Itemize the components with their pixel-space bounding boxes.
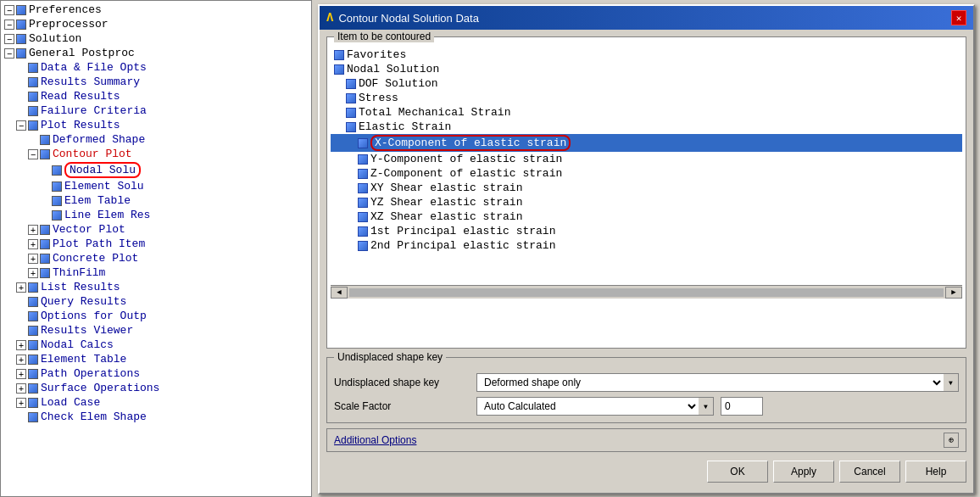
left-tree-item[interactable]: +Vector Plot [1,222,311,237]
dialog-tree-label: Favorites [347,48,406,61]
help-button[interactable]: Help [905,461,966,483]
dialog-tree-label: XY Shear elastic strain [370,181,522,194]
dialog-tree-label: XZ Shear elastic strain [370,210,522,223]
left-tree-item[interactable]: +Load Case [1,395,311,410]
dialog-tree-item[interactable]: DOF Solution [331,76,962,91]
item-to-contour-group: Item to be contoured FavoritesNodal Solu… [326,36,966,349]
left-tree-item[interactable]: Results Viewer [1,323,311,338]
scrollbar-track[interactable] [349,288,944,297]
dialog-tree-item[interactable]: Stress [331,91,962,105]
tree-item-label: General Postproc [29,47,135,59]
left-tree-item[interactable]: −Contour Plot [1,147,311,161]
dialog-tree-label: 2nd Principal elastic strain [370,239,555,252]
tree-item-label: Nodal Calcs [41,338,114,351]
apply-button[interactable]: Apply [773,461,834,483]
left-tree-item[interactable]: Elem Table [1,193,311,208]
left-tree-item[interactable]: −Preprocessor [1,17,311,31]
left-tree-item[interactable]: Deformed Shape [1,132,311,147]
left-tree-item[interactable]: +Plot Path Item [1,237,311,251]
dialog-tree-item[interactable]: YZ Shear elastic strain [331,195,962,209]
tree-item-label: Read Results [41,90,120,103]
left-tree-item[interactable]: +ThinFilm [1,265,311,280]
undisplaced-select-container: Deformed shape only ▼ [476,373,959,392]
dialog-tree-item[interactable]: Total Mechanical Strain [331,105,962,120]
scale-select-container: Auto Calculated ▼ [476,397,714,416]
left-tree-item[interactable]: Element Solu [1,179,311,193]
tree-item-label: Solution [29,32,81,45]
scale-factor-input[interactable] [721,397,763,416]
left-tree-item[interactable]: Options for Outp [1,309,311,323]
tree-item-label: Contour Plot [53,148,132,160]
dialog-tree-item[interactable]: Elastic Strain [331,120,962,134]
dialog-tree-item[interactable]: Nodal Solution [331,62,962,76]
scroll-right-btn[interactable]: ▶ [945,287,962,299]
left-tree-item[interactable]: Data & File Opts [1,60,311,75]
tree-item-label: Failure Criteria [41,104,147,117]
scroll-left-btn[interactable]: ◀ [331,287,348,299]
tree-container[interactable]: −Preferences−Preprocessor−Solution−Gener… [1,1,311,477]
left-tree-item[interactable]: Read Results [1,89,311,103]
left-tree-item[interactable]: Query Results [1,294,311,309]
left-tree-item[interactable]: +List Results [1,280,311,294]
tree-item-label: Vector Plot [53,223,125,236]
tree-item-label: Preferences [29,3,102,16]
undisplaced-shape-key-label: Undisplaced shape key [334,377,470,388]
left-tree-item[interactable]: +Nodal Calcs [1,338,311,352]
undisplaced-dropdown-btn[interactable]: ▼ [944,373,959,392]
dialog-tree-label: YZ Shear elastic strain [370,196,522,209]
tree-item-label: Query Results [41,295,126,308]
ok-button[interactable]: OK [707,461,768,483]
dialog-tree-item[interactable]: Z-Component of elastic strain [331,166,962,181]
tree-item-label: Surface Operations [41,382,159,394]
left-tree-item[interactable]: +Concrete Plot [1,251,311,265]
contour-tree-area: FavoritesNodal SolutionDOF SolutionStres… [331,47,962,285]
left-tree-item[interactable]: Check Elem Shape [1,410,311,424]
title-left: Λ Contour Nodal Solution Data [326,11,479,25]
additional-options-label[interactable]: Additional Options [334,434,416,446]
scale-dropdown-btn[interactable]: ▼ [699,397,714,416]
dialog-tree-label: Y-Component of elastic strain [370,153,562,165]
dialog-tree-item[interactable]: XY Shear elastic strain [331,181,962,195]
scale-factor-select[interactable]: Auto Calculated [476,397,699,416]
button-row: OK Apply Cancel Help [326,457,966,486]
undisplaced-shape-section: Undisplaced shape key Undisplaced shape … [326,357,966,423]
tree-item-label: Element Solu [64,180,144,193]
dialog-title: Contour Nodal Solution Data [338,12,479,25]
dialog-tree-item[interactable]: 1st Principal elastic strain [331,224,962,238]
dialog-tree-item[interactable]: Y-Component of elastic strain [331,152,962,166]
dialog-close-button[interactable]: ✕ [951,10,966,25]
left-tree-item[interactable]: +Surface Operations [1,381,311,395]
left-tree-panel: −Preferences−Preprocessor−Solution−Gener… [0,0,312,497]
tree-item-label: Data & File Opts [41,61,147,74]
contour-tree-scroll[interactable]: FavoritesNodal SolutionDOF SolutionStres… [331,47,962,285]
dialog-tree-label: Stress [359,92,398,104]
dialog-tree-item[interactable]: XZ Shear elastic strain [331,209,962,224]
tree-item-label: Plot Path Item [53,237,145,250]
left-tree-item[interactable]: Results Summary [1,75,311,89]
cancel-button[interactable]: Cancel [839,461,900,483]
additional-options-section: Additional Options ⊕ [326,428,966,452]
left-tree-item[interactable]: Nodal Solu [1,161,311,179]
undisplaced-shape-select[interactable]: Deformed shape only [476,373,944,392]
horizontal-scrollbar[interactable]: ◀ ▶ [331,285,962,299]
dialog-tree-item[interactable]: 2nd Principal elastic strain [331,238,962,253]
left-tree-item[interactable]: −Solution [1,31,311,46]
collapse-icon[interactable]: ⊕ [944,433,959,448]
dialog-tree-item[interactable]: Favorites [331,47,962,62]
left-tree-item[interactable]: Line Elem Res [1,208,311,222]
dialog-tree-label: Total Mechanical Strain [359,106,510,119]
left-tree-item[interactable]: Failure Criteria [1,103,311,118]
left-tree-item[interactable]: −Plot Results [1,118,311,132]
tree-item-label: Elem Table [64,194,131,207]
left-tree-item[interactable]: +Element Table [1,352,311,366]
left-tree-item[interactable]: +Path Operations [1,366,311,381]
dialog-tree-label: 1st Principal elastic strain [370,225,555,237]
left-tree-item[interactable]: −Preferences [1,3,311,17]
tree-item-label: Load Case [41,396,100,409]
tree-item-label: Concrete Plot [53,252,138,265]
dialog-tree-item[interactable]: X-Component of elastic strain [331,134,962,152]
left-tree-item[interactable]: −General Postproc [1,46,311,60]
dialog-tree-label: X-Component of elastic strain [370,135,571,151]
dialog-titlebar: Λ Contour Nodal Solution Data ✕ [320,6,973,30]
tree-item-label: ThinFilm [53,266,105,279]
